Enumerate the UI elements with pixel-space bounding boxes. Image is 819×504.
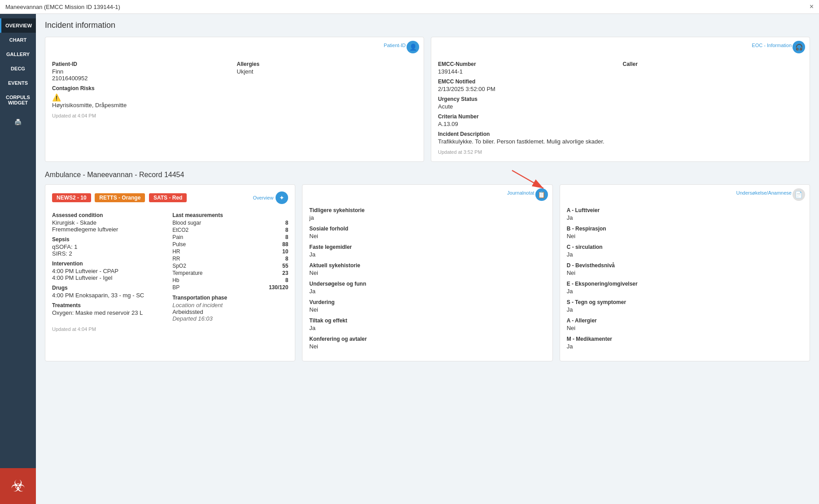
qsofa-row: qSOFA: 1 <box>52 243 168 250</box>
undersokelse-label: Undersøkelse/Anamnese <box>736 190 792 196</box>
arrow-annotation <box>512 166 557 193</box>
journal-value-3: Nei <box>309 269 545 276</box>
window-title-bar: Maneevannan (EMCC Mission ID 139144-1) × <box>0 0 819 14</box>
undersokelse-value-7: Ja <box>567 343 803 350</box>
patient-card-label: Patient-ID <box>384 43 406 48</box>
overview-btn[interactable]: Overview <box>253 195 273 200</box>
patient-updated: Updated at 4:04 PM <box>52 113 417 118</box>
undersokelse-heading-6: A - Allergier <box>567 317 803 324</box>
patient-id-label: Patient-ID <box>52 61 232 67</box>
intervention-0: 4:00 PM Luftveier - CPAP <box>52 268 168 274</box>
journal-value-6: Ja <box>309 325 545 331</box>
svg-line-1 <box>512 170 543 188</box>
patient-card: Patient-ID 👤 Patient-ID Finn 21016400952… <box>45 37 424 162</box>
drugs-0: 4:00 PM Enoksaparin, 33 - mg - SC <box>52 292 168 299</box>
close-button[interactable]: × <box>810 3 814 11</box>
intervention-label: Intervention <box>52 261 168 267</box>
top-cards-row: Patient-ID 👤 Patient-ID Finn 21016400952… <box>45 37 810 162</box>
sidebar-item-decg[interactable]: DECG <box>0 61 36 76</box>
journal-value-0: ja <box>309 214 545 221</box>
emcc-number-label: EMCC-Number <box>438 61 618 67</box>
undersokelse-heading-1: B - Respirasjon <box>567 226 803 232</box>
assessed-label: Assessed condition <box>52 212 168 218</box>
emcc-notified-label: EMCC Notified <box>438 78 803 85</box>
undersokelse-heading-0: A - Lufttveier <box>567 207 803 213</box>
incident-label: Incident Description <box>438 131 803 137</box>
journal-icon-btn[interactable]: 📋 <box>535 188 548 201</box>
journal-heading-2: Faste legemidler <box>309 244 545 250</box>
journal-heading-4: Undersøgelse og funn <box>309 281 545 287</box>
undersokelse-heading-5: S - Tegn og symptomer <box>567 299 803 305</box>
undersokelse-heading-4: E - Eksponering/omgivelser <box>567 281 803 287</box>
journal-heading-3: Aktuell sykehistorie <box>309 262 545 269</box>
main-content: Incident information Patient-ID 👤 Patien… <box>36 14 819 504</box>
assessed-item-0: Kirurgisk - Skade <box>52 219 168 226</box>
journal-heading-5: Vurdering <box>309 299 545 305</box>
eoc-updated: Updated at 3:52 PM <box>438 149 803 155</box>
chart-card: NEWS2 - 10 RETTS - Orange SATS - Red Ove… <box>45 184 295 361</box>
urgency-label: Urgency Status <box>438 96 803 102</box>
transport-label: Transportation phase <box>172 295 288 301</box>
sidebar: OVERVIEW CHART GALLERY DECG EVENTS CORPU… <box>0 14 36 504</box>
window-title: Maneevannan (EMCC Mission ID 139144-1) <box>5 4 120 10</box>
badge-retts: RETTS - Orange <box>95 193 145 202</box>
eoc-card: EOC - Information 🎧 EMCC-Number 139144-1… <box>431 37 810 162</box>
undersokelse-sections: A - Lufttveier Ja B - Respirasjon Nei C … <box>567 207 803 350</box>
undersokelse-icon-btn[interactable]: 📄 <box>793 188 805 201</box>
sidebar-item-events[interactable]: EVENTS <box>0 76 36 90</box>
journal-value-7: Nei <box>309 343 545 350</box>
sidebar-item-gallery[interactable]: GALLERY <box>0 47 36 61</box>
patient-icon-btn[interactable]: 👤 <box>407 41 419 53</box>
star-icon-btn[interactable]: ✦ <box>276 191 288 204</box>
journal-sections: Tidligere sykehistorie ja Sosiale forhol… <box>309 207 545 350</box>
caller-label: Caller <box>623 61 803 67</box>
journal-heading-0: Tidligere sykehistorie <box>309 207 545 213</box>
undersokelse-value-4: Ja <box>567 288 803 295</box>
journal-value-1: Nei <box>309 233 545 239</box>
allergies-label: Allergies <box>237 61 417 67</box>
patient-name: Finn <box>52 68 232 75</box>
measurements-list: Blood sugar8 EtCO28 Pain8 Pulse88 HR10 R… <box>172 219 288 291</box>
sidebar-item-chart[interactable]: CHART <box>0 33 36 47</box>
biohazard-icon: ☣ <box>0 468 36 504</box>
undersokelse-heading-7: M - Medikamenter <box>567 336 803 342</box>
eoc-card-label: EOC - Information <box>752 43 792 48</box>
undersokelse-heading-3: D - Bevisthedsnivå <box>567 262 803 269</box>
contagion-value: Høyrisikosmitte, Dråpesmitte <box>52 102 232 109</box>
warning-icon: ⚠️ <box>52 93 61 102</box>
qsofa-value: 1 <box>74 243 77 250</box>
badge-sats: SATS - Red <box>149 193 187 202</box>
emcc-notified-value: 2/13/2025 3:52:00 PM <box>438 86 803 92</box>
criteria-label: Criteria Number <box>438 113 803 120</box>
eoc-icon-btn[interactable]: 🎧 <box>793 41 805 53</box>
patient-id-number: 21016400952 <box>52 75 232 82</box>
transport-departed: Departed 16:03 <box>172 315 288 322</box>
treatments-label: Treatments <box>52 302 168 308</box>
bottom-cards-row: NEWS2 - 10 RETTS - Orange SATS - Red Ove… <box>45 184 810 361</box>
emcc-number-value: 139144-1 <box>438 68 618 75</box>
journal-heading-7: Konferering og avtaler <box>309 336 545 342</box>
journal-card: Journalnotat 📋 Tidl <box>302 184 552 361</box>
undersokelse-value-2: Ja <box>567 251 803 258</box>
transport-arbeidssted: Arbeidssted <box>172 308 288 315</box>
sidebar-item-overview[interactable]: OVERVIEW <box>0 18 36 33</box>
urgency-value: Acute <box>438 103 803 110</box>
undersokelse-value-6: Nei <box>567 325 803 331</box>
drugs-label: Drugs <box>52 285 168 291</box>
journal-value-2: Ja <box>309 251 545 258</box>
journal-value-4: Ja <box>309 288 545 295</box>
undersokelse-value-1: Nei <box>567 233 803 239</box>
last-measurements-label: Last measurements <box>172 212 288 218</box>
journal-heading-6: Tiltak og effekt <box>309 317 545 324</box>
assessed-item-1: Fremmedlegeme luftveier <box>52 226 168 233</box>
journal-heading-1: Sosiale forhold <box>309 226 545 232</box>
intervention-1: 4:00 PM Luftveier - Igel <box>52 274 168 281</box>
incident-value: Trafikkulykke. To biler. Person fastklem… <box>438 138 803 145</box>
treatments-0: Oxygen: Maske med reservoir 23 L <box>52 309 168 316</box>
sidebar-item-corpuls-widget[interactable]: CORPULS WIDGET <box>0 90 36 110</box>
allergies-value: Ukjent <box>237 68 417 75</box>
sirs-label: SIRS: <box>52 250 67 257</box>
badge-news2: NEWS2 - 10 <box>52 193 91 202</box>
print-icon[interactable]: 🖨️ <box>14 119 22 126</box>
criteria-value: A.13.09 <box>438 121 803 127</box>
